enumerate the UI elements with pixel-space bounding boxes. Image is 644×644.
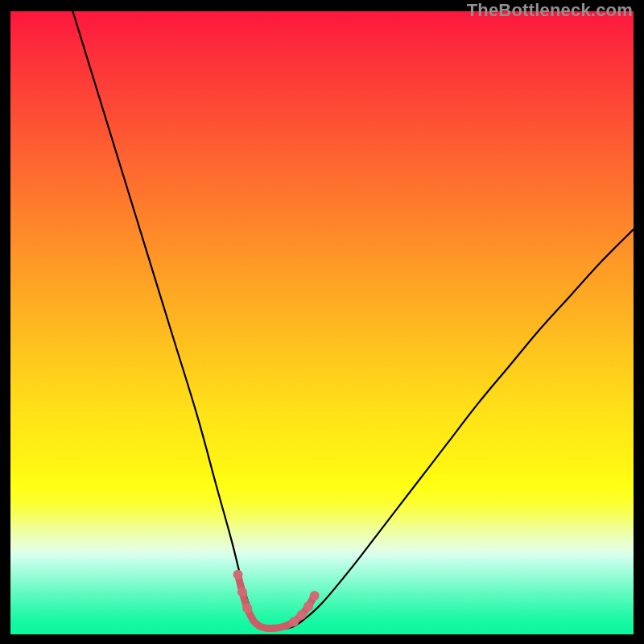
marker-dot — [233, 570, 243, 580]
marker-dot — [237, 587, 247, 597]
watermark-text: TheBottleneck.com — [467, 0, 633, 21]
chart-svg — [10, 11, 634, 634]
marker-dot — [296, 610, 306, 620]
marker-dot — [310, 591, 320, 601]
plot-area — [10, 11, 634, 634]
bottleneck-curve — [72, 11, 634, 630]
outer-frame: TheBottleneck.com — [0, 0, 644, 644]
marker-dot — [289, 617, 299, 627]
marker-dot — [242, 603, 252, 613]
marker-dot — [303, 601, 313, 611]
